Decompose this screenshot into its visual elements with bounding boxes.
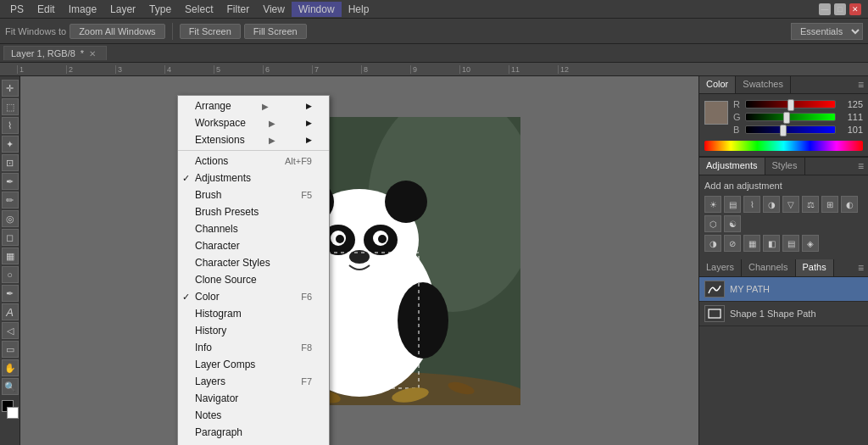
adj-icons-row-1: ☀ ▤ ⌇ ◑ ▽ ⚖ ⊞ ◐ ⬡ ☯ — [704, 196, 863, 232]
menu-navigator[interactable]: Navigator — [178, 390, 329, 407]
menu-character-styles[interactable]: Character Styles — [178, 254, 329, 271]
exposure-adj-btn[interactable]: ◑ — [763, 196, 780, 213]
menu-info[interactable]: Info F8 — [178, 339, 329, 356]
minimize-button[interactable]: — — [819, 3, 831, 15]
menu-adjustments[interactable]: ✓ Adjustments — [178, 170, 329, 186]
adj-icons-row-2: ◑ ⊘ ▦ ◧ ▤ ◈ — [704, 235, 863, 252]
magic-wand-tool[interactable]: ✦ — [2, 136, 19, 153]
hand-tool[interactable]: ✋ — [2, 359, 19, 376]
essentials-select[interactable]: Essentials — [791, 23, 863, 40]
tab-styles[interactable]: Styles — [765, 158, 805, 175]
gradient-tool[interactable]: ▦ — [2, 248, 19, 264]
menu-paragraph-styles[interactable]: Paragraph Styles — [178, 441, 329, 445]
bw-adj-btn[interactable]: ◐ — [841, 196, 858, 213]
levels-adj-btn[interactable]: ▤ — [724, 196, 741, 213]
background-color[interactable] — [7, 407, 19, 419]
canvas-area[interactable]: Arrange ▶ Workspace ▶ Extensions ▶ Actio… — [20, 76, 698, 445]
path-row-shape1[interactable]: Shape 1 Shape Path — [699, 302, 868, 326]
menu-notes[interactable]: Notes — [178, 407, 329, 424]
brush-tool[interactable]: ✏ — [2, 192, 19, 209]
tab-layers[interactable]: Layers — [699, 259, 742, 276]
path-tool[interactable]: ◁ — [2, 322, 19, 339]
menu-workspace[interactable]: Workspace ▶ — [178, 114, 329, 131]
menu-character[interactable]: Character — [178, 237, 329, 254]
vibrance-adj-btn[interactable]: ▽ — [782, 196, 799, 213]
menu-help[interactable]: Help — [342, 2, 376, 17]
zoom-all-button[interactable]: Zoom All Windows — [70, 24, 164, 39]
color-lookup-btn[interactable]: ◑ — [704, 235, 721, 252]
spectrum-bar[interactable] — [704, 141, 863, 151]
select-tool[interactable]: ⬚ — [2, 98, 19, 115]
tab-channels[interactable]: Channels — [742, 259, 795, 276]
g-thumb[interactable] — [783, 112, 790, 124]
tab-swatches[interactable]: Swatches — [736, 76, 791, 93]
menu-paragraph[interactable]: Paragraph — [178, 424, 329, 441]
menu-brush[interactable]: Brush F5 — [178, 186, 329, 203]
fill-screen-button[interactable]: Fill Screen — [244, 24, 307, 39]
tab-paths[interactable]: Paths — [796, 259, 834, 276]
menu-arrange[interactable]: Arrange ▶ — [178, 97, 329, 114]
menu-clone-source[interactable]: Clone Source — [178, 271, 329, 288]
menu-filter[interactable]: Filter — [220, 2, 256, 17]
lasso-tool[interactable]: ⌇ — [2, 117, 19, 134]
clone-tool[interactable]: ◎ — [2, 210, 19, 227]
zoom-tool[interactable]: 🔍 — [2, 378, 19, 395]
tab-color[interactable]: Color — [699, 76, 736, 93]
menu-color[interactable]: ✓ Color F6 — [178, 288, 329, 305]
hue-adj-btn[interactable]: ⚖ — [802, 196, 819, 213]
menu-histogram[interactable]: Histogram — [178, 305, 329, 322]
shape-tool[interactable]: ▭ — [2, 341, 19, 358]
gradient-map-btn[interactable]: ▤ — [782, 235, 799, 252]
tab-adjustments[interactable]: Adjustments — [699, 158, 765, 175]
threshold-btn[interactable]: ◧ — [763, 235, 780, 252]
menu-channels[interactable]: Channels — [178, 220, 329, 237]
brightness-adj-btn[interactable]: ☀ — [704, 196, 721, 213]
brush-presets-label: Brush Presets — [195, 206, 259, 218]
menu-type[interactable]: Type — [142, 2, 178, 17]
text-tool[interactable]: A — [2, 303, 19, 320]
menu-view[interactable]: View — [256, 2, 292, 17]
curves-adj-btn[interactable]: ⌇ — [743, 196, 760, 213]
selective-color-btn[interactable]: ◈ — [802, 235, 819, 252]
tab-close-button[interactable]: ✕ — [89, 49, 96, 58]
menu-select[interactable]: Select — [178, 2, 220, 17]
adj-collapse-button[interactable]: ≡ — [854, 158, 868, 175]
panel-collapse-button[interactable]: ≡ — [854, 76, 868, 93]
color-balance-btn[interactable]: ⊞ — [821, 196, 838, 213]
fit-screen-button[interactable]: Fit Screen — [180, 24, 241, 39]
b-slider[interactable] — [745, 125, 836, 134]
fg-bg-colors[interactable] — [2, 400, 19, 419]
menu-layers[interactable]: Layers F7 — [178, 373, 329, 390]
eyedropper-tool[interactable]: ✒ — [2, 173, 19, 190]
menu-edit[interactable]: Edit — [31, 2, 62, 17]
menu-actions[interactable]: Actions Alt+F9 — [178, 153, 329, 170]
menu-layer-comps[interactable]: Layer Comps — [178, 356, 329, 373]
r-thumb[interactable] — [787, 99, 794, 111]
maximize-button[interactable]: □ — [834, 3, 846, 15]
close-button[interactable]: ✕ — [849, 3, 861, 15]
color-swatch[interactable] — [704, 101, 728, 125]
menu-window[interactable]: Window — [292, 2, 342, 17]
canvas-tab[interactable]: Layer 1, RGB/8 * ✕ — [3, 46, 107, 60]
path-row-my-path[interactable]: MY PATH — [699, 277, 868, 302]
posterize-btn[interactable]: ▦ — [743, 235, 760, 252]
pen-tool[interactable]: ✒ — [2, 285, 19, 302]
paths-collapse-button[interactable]: ≡ — [854, 259, 868, 276]
g-slider[interactable] — [745, 113, 836, 121]
menu-layer[interactable]: Layer — [103, 2, 142, 17]
crop-tool[interactable]: ⊡ — [2, 154, 19, 171]
extensions-label: Extensions — [195, 134, 245, 146]
dodge-tool[interactable]: ○ — [2, 266, 19, 283]
menu-image[interactable]: Image — [62, 2, 103, 17]
move-tool[interactable]: ✛ — [2, 80, 19, 97]
menu-ps[interactable]: PS — [3, 2, 31, 17]
menu-history[interactable]: History — [178, 322, 329, 339]
invert-btn[interactable]: ⊘ — [724, 235, 741, 252]
menu-extensions[interactable]: Extensions ▶ — [178, 131, 329, 148]
menu-brush-presets[interactable]: Brush Presets — [178, 203, 329, 220]
photo-filter-btn[interactable]: ⬡ — [704, 215, 721, 232]
r-slider[interactable] — [745, 100, 836, 108]
b-thumb[interactable] — [780, 125, 787, 136]
channel-mixer-btn[interactable]: ☯ — [724, 215, 741, 232]
eraser-tool[interactable]: ◻ — [2, 229, 19, 246]
